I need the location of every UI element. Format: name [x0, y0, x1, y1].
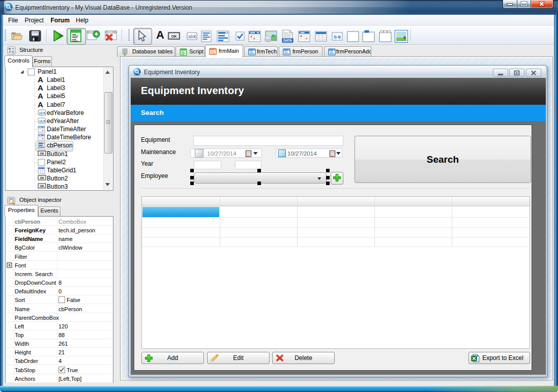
- svg-text:0-9: 0-9: [334, 34, 341, 40]
- svg-text:X: X: [193, 34, 196, 39]
- svg-text:X: X: [43, 111, 46, 115]
- svg-text:X: X: [43, 119, 46, 124]
- svg-text:OK: OK: [171, 34, 177, 39]
- svg-text:OK: OK: [40, 185, 44, 188]
- svg-text:OK: OK: [40, 152, 44, 155]
- svg-text:OK: OK: [40, 176, 44, 179]
- svg-text:DATA: DATA: [283, 39, 292, 42]
- svg-text:ab: ab: [39, 119, 43, 123]
- svg-text:ab: ab: [39, 111, 43, 115]
- svg-text:ab: ab: [188, 34, 193, 39]
